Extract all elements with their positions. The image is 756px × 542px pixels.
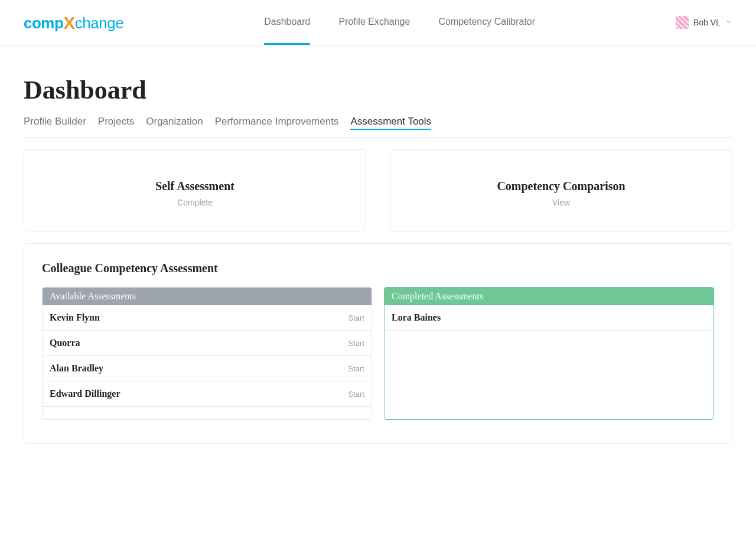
tab-projects[interactable]: Projects bbox=[98, 116, 134, 130]
completed-list-body[interactable]: Lora Baines bbox=[384, 305, 713, 419]
available-assessments-header: Available Assessments bbox=[43, 288, 372, 305]
completed-assessments-list: Completed Assessments Lora Baines bbox=[384, 287, 714, 420]
colleague-assessment-panel: Colleague Competency Assessment Availabl… bbox=[24, 243, 732, 444]
card-subtitle: View bbox=[402, 198, 720, 207]
available-assessments-list: Available Assessments Kevin Flynn Start … bbox=[42, 287, 372, 420]
card-self-assessment[interactable]: Self Assessment Complete bbox=[24, 149, 366, 231]
list-item: Quorra Start bbox=[43, 331, 372, 356]
colleague-name: Lora Baines bbox=[392, 312, 441, 323]
card-competency-comparison[interactable]: Competency Comparison View bbox=[390, 149, 732, 231]
user-name: Bob VL bbox=[693, 18, 721, 27]
start-link[interactable]: Start bbox=[348, 339, 364, 348]
list-item: Edward Dillinger Start bbox=[43, 381, 372, 407]
list-item: Lora Baines bbox=[384, 305, 713, 331]
tab-profile-builder[interactable]: Profile Builder bbox=[24, 116, 86, 130]
nav-competency-calibrator[interactable]: Competency Calibrator bbox=[438, 0, 535, 45]
nav-profile-exchange[interactable]: Profile Exchange bbox=[338, 0, 410, 45]
card-title: Self Assessment bbox=[36, 179, 354, 193]
colleague-name: Alan Bradley bbox=[50, 363, 103, 374]
start-link[interactable]: Start bbox=[348, 364, 364, 373]
list-item: Kevin Flynn Start bbox=[43, 305, 372, 331]
card-subtitle: Complete bbox=[36, 198, 354, 207]
card-title: Competency Comparison bbox=[402, 179, 720, 193]
available-list-body[interactable]: Kevin Flynn Start Quorra Start Alan Brad… bbox=[43, 305, 372, 419]
tab-assessment-tools[interactable]: Assessment Tools bbox=[350, 116, 431, 130]
colleague-name: Quorra bbox=[50, 338, 80, 348]
primary-nav: Dashboard Profile Exchange Competency Ca… bbox=[123, 0, 676, 45]
subtabs: Profile Builder Projects Organization Pe… bbox=[24, 116, 732, 138]
start-link[interactable]: Start bbox=[348, 314, 364, 322]
tab-organization[interactable]: Organization bbox=[146, 116, 203, 130]
colleague-name: Kevin Flynn bbox=[50, 312, 100, 323]
chevron-down-icon bbox=[725, 17, 732, 28]
user-menu[interactable]: Bob VL bbox=[676, 16, 732, 29]
panel-title: Colleague Competency Assessment bbox=[42, 262, 714, 275]
lists-row: Available Assessments Kevin Flynn Start … bbox=[42, 287, 714, 420]
cards-row: Self Assessment Complete Competency Comp… bbox=[24, 149, 732, 231]
brand-part-change: change bbox=[75, 14, 123, 32]
colleague-name: Edward Dillinger bbox=[50, 388, 120, 399]
brand-logo[interactable]: compXchange bbox=[24, 12, 123, 32]
brand-part-x: X bbox=[63, 13, 75, 33]
topbar: compXchange Dashboard Profile Exchange C… bbox=[0, 0, 756, 45]
brand-part-comp: comp bbox=[24, 14, 63, 32]
start-link[interactable]: Start bbox=[348, 390, 364, 399]
main-content: Dashboard Profile Builder Projects Organ… bbox=[0, 45, 756, 444]
list-item: Alan Bradley Start bbox=[43, 356, 372, 381]
tab-performance-improvements[interactable]: Performance Improvements bbox=[215, 116, 339, 130]
avatar bbox=[676, 16, 689, 29]
page-title: Dashboard bbox=[24, 75, 732, 105]
nav-dashboard[interactable]: Dashboard bbox=[264, 0, 310, 45]
completed-assessments-header: Completed Assessments bbox=[384, 288, 713, 305]
